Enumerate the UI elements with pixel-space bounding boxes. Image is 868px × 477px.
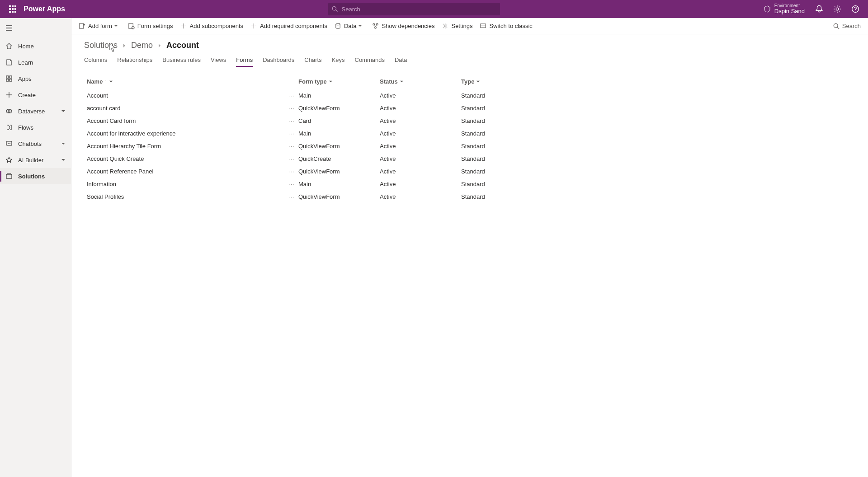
environment-name: Dspin Sand	[774, 8, 805, 14]
cmd-label: Show dependencies	[382, 23, 434, 29]
cell-form-type: Main	[298, 181, 380, 187]
flows-icon	[5, 124, 13, 131]
search-icon	[833, 23, 840, 29]
table-row[interactable]: Account Hierarchy Tile Form···QuickViewF…	[84, 140, 855, 152]
tab-dashboards[interactable]: Dashboards	[263, 54, 294, 67]
nav-apps[interactable]: Apps	[0, 70, 71, 87]
hamburger-icon	[5, 24, 13, 32]
breadcrumb-account: Account	[166, 41, 199, 50]
nav-label: Learn	[18, 59, 33, 66]
cell-status: Active	[380, 168, 461, 175]
cell-name: Social Profiles	[86, 193, 285, 200]
row-more-button[interactable]: ···	[285, 130, 298, 137]
chevron-down-icon	[358, 24, 362, 28]
nav-label: Flows	[18, 124, 33, 131]
cmd-data[interactable]: Data	[335, 23, 365, 29]
nav-flows[interactable]: Flows	[0, 119, 71, 136]
svg-point-45	[834, 23, 838, 28]
header-name[interactable]: Name ↑	[87, 78, 113, 85]
tab-columns[interactable]: Columns	[84, 54, 107, 67]
search-icon	[332, 6, 338, 12]
table-row[interactable]: Account Card form···CardActiveStandard	[84, 114, 855, 127]
tab-business-rules[interactable]: Business rules	[162, 54, 201, 67]
cmd-search[interactable]: Search	[833, 23, 861, 29]
nav-home[interactable]: Home	[0, 38, 71, 54]
nav-learn[interactable]: Learn	[0, 54, 71, 70]
ai-builder-icon	[5, 156, 13, 164]
svg-point-40	[377, 23, 378, 25]
top-bar: Power Apps Environment Dspin Sand	[0, 0, 868, 18]
settings-button[interactable]	[828, 0, 846, 18]
nav-dataverse[interactable]: Dataverse	[0, 103, 71, 119]
nav-ai-builder[interactable]: AI Builder	[0, 152, 71, 168]
svg-rect-43	[481, 24, 486, 28]
cmd-label: Add required components	[260, 23, 327, 29]
cmd-settings[interactable]: Settings	[442, 23, 472, 29]
app-launcher-button[interactable]	[4, 0, 22, 18]
tab-commands[interactable]: Commands	[355, 54, 385, 67]
cell-status: Active	[380, 143, 461, 150]
cell-status: Active	[380, 130, 461, 137]
chevron-down-icon	[61, 140, 66, 147]
learn-icon	[5, 59, 13, 66]
global-search-input[interactable]	[342, 6, 497, 13]
header-label: Name	[87, 78, 103, 85]
svg-point-38	[336, 23, 340, 25]
left-nav: Home Learn Apps Create Dataverse Flows C…	[0, 18, 71, 477]
tab-views[interactable]: Views	[211, 54, 226, 67]
cmd-label: Search	[842, 23, 861, 29]
table-row[interactable]: Account···MainActiveStandard	[84, 89, 855, 102]
svg-rect-29	[80, 23, 83, 28]
global-search[interactable]	[328, 3, 500, 15]
nav-collapse-button[interactable]	[0, 21, 18, 35]
cmd-show-dependencies[interactable]: Show dependencies	[372, 23, 434, 29]
table-row[interactable]: Account Quick Create···QuickCreateActive…	[84, 152, 855, 165]
nav-chatbots[interactable]: Chatbots	[0, 136, 71, 152]
table-row[interactable]: Social Profiles···QuickViewFormActiveSta…	[84, 190, 855, 203]
add-form-icon	[79, 23, 85, 29]
help-icon	[851, 5, 859, 13]
cell-form-type: QuickViewForm	[298, 193, 380, 200]
row-more-button[interactable]: ···	[285, 155, 298, 162]
table-row[interactable]: account card···QuickViewFormActiveStanda…	[84, 102, 855, 114]
environment-picker[interactable]: Environment Dspin Sand	[764, 3, 805, 14]
cmd-add-form[interactable]: Add form	[79, 23, 121, 29]
cell-status: Active	[380, 105, 461, 112]
svg-rect-28	[6, 174, 12, 178]
tab-data[interactable]: Data	[395, 54, 407, 67]
notifications-button[interactable]	[810, 0, 828, 18]
row-more-button[interactable]: ···	[285, 193, 298, 200]
nav-label: Create	[18, 92, 36, 98]
table-row[interactable]: Account Reference Panel···QuickViewFormA…	[84, 165, 855, 178]
table-row[interactable]: Information···MainActiveStandard	[84, 178, 855, 190]
row-more-button[interactable]: ···	[285, 143, 298, 150]
breadcrumb-demo[interactable]: Demo	[131, 41, 153, 50]
cell-status: Active	[380, 181, 461, 187]
cmd-add-required[interactable]: Add required components	[250, 23, 327, 29]
gear-icon	[833, 5, 841, 13]
row-more-button[interactable]: ···	[285, 168, 298, 175]
row-more-button[interactable]: ···	[285, 105, 298, 112]
header-type[interactable]: Type	[461, 78, 480, 85]
tab-keys[interactable]: Keys	[332, 54, 345, 67]
table-row[interactable]: Account for Interactive experience···Mai…	[84, 127, 855, 140]
cmd-switch-classic[interactable]: Switch to classic	[480, 23, 532, 29]
row-more-button[interactable]: ···	[285, 117, 298, 124]
help-button[interactable]	[846, 0, 864, 18]
nav-solutions[interactable]: Solutions	[0, 168, 71, 184]
cmd-form-settings[interactable]: Form settings	[128, 23, 173, 29]
row-more-button[interactable]: ···	[285, 181, 298, 187]
cmd-add-subcomponents[interactable]: Add subcomponents	[180, 23, 244, 29]
plus-icon	[250, 23, 257, 29]
cell-form-type: QuickViewForm	[298, 105, 380, 112]
breadcrumb-solutions[interactable]: Solutions	[84, 41, 118, 50]
header-status[interactable]: Status	[380, 78, 404, 85]
row-more-button[interactable]: ···	[285, 92, 298, 99]
breadcrumb: Solutions Demo Account	[84, 41, 855, 50]
tab-relationships[interactable]: Relationships	[117, 54, 152, 67]
tab-charts[interactable]: Charts	[304, 54, 321, 67]
nav-create[interactable]: Create	[0, 87, 71, 103]
header-form-type[interactable]: Form type	[298, 78, 333, 85]
tab-forms[interactable]: Forms	[236, 54, 253, 67]
svg-point-41	[375, 27, 377, 28]
